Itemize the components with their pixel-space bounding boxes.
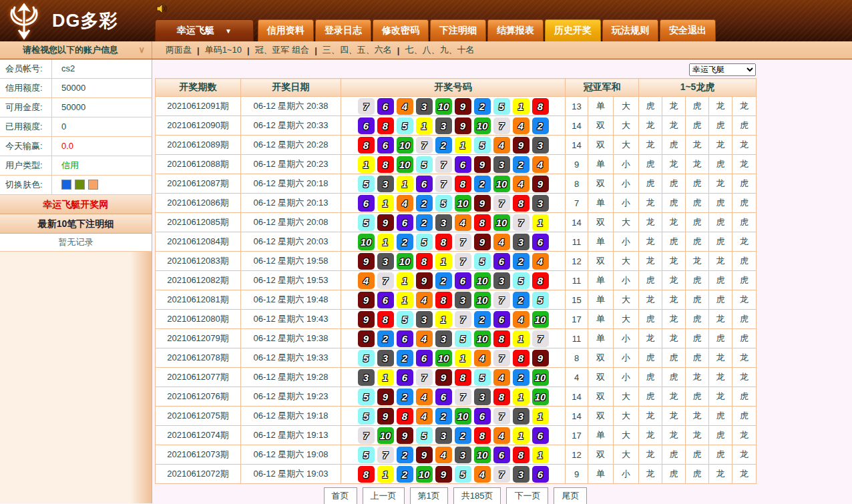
ball: 5 [474, 369, 491, 386]
ball: 6 [493, 447, 510, 463]
ball: 8 [493, 330, 510, 347]
skin-color-swatch[interactable] [88, 180, 98, 190]
pagination-button[interactable]: 尾页 [554, 487, 587, 504]
dragon-tiger-cell: 龙 [709, 465, 732, 484]
ball: 2 [513, 253, 529, 270]
ball: 3 [358, 369, 375, 386]
sum-cell: 12 [566, 445, 588, 465]
ball: 8 [474, 214, 491, 231]
nav-button[interactable]: 历史开奖 [545, 19, 601, 41]
ball: 9 [474, 156, 491, 173]
date-cell: 06-12 星期六 19:58 [241, 252, 341, 271]
ball: 6 [377, 98, 394, 115]
ball: 7 [377, 447, 394, 463]
nav-button[interactable]: 玩法规则 [602, 19, 658, 41]
date-cell: 06-12 星期六 20:18 [241, 174, 341, 194]
pagination-button[interactable]: 共185页 [453, 487, 501, 504]
nav-button[interactable]: 下注明细 [430, 19, 486, 41]
table-row: 20210612089期06-12 星期六 20:288610721549314… [156, 136, 757, 155]
dragon-tiger-cell: 龙 [732, 136, 757, 155]
ball: 6 [532, 234, 549, 250]
skin-color-swatch[interactable] [61, 180, 71, 190]
ball: 3 [532, 195, 549, 212]
dragon-tiger-cell: 龙 [732, 445, 757, 465]
dragon-tiger-cell: 龙 [709, 310, 732, 329]
ball: 10 [474, 330, 491, 347]
dragon-tiger-cell: 虎 [639, 174, 662, 194]
col-dragon-tiger: 1~5龙虎 [639, 79, 757, 97]
skin-color-swatch[interactable] [75, 180, 85, 190]
dragon-tiger-cell: 虎 [732, 194, 757, 213]
dragon-tiger-cell: 龙 [639, 465, 662, 484]
ball: 7 [358, 98, 375, 115]
dragon-tiger-cell: 虎 [709, 329, 732, 348]
odd-even-cell: 单 [588, 194, 614, 213]
dragon-tiger-cell: 虎 [709, 232, 732, 252]
odd-even-cell: 双 [588, 387, 614, 407]
dragon-tiger-cell: 虎 [732, 387, 757, 407]
dragon-tiger-cell: 虎 [639, 310, 662, 329]
ball: 6 [493, 311, 510, 328]
pagination-button[interactable]: 首页 [324, 487, 357, 504]
sidebar-title-text: 请检视您以下的账户信息 [23, 45, 118, 55]
ball: 6 [397, 214, 413, 231]
ball: 6 [455, 272, 471, 289]
odd-even-cell: 双 [588, 252, 614, 271]
ball: 8 [377, 311, 394, 328]
dragon-tiger-cell: 虎 [709, 116, 732, 136]
ball: 4 [397, 195, 413, 212]
big-small-cell: 大 [614, 136, 639, 155]
pagination-button[interactable]: 第1页 [410, 487, 448, 504]
subnav-item[interactable]: 单码1~10 [200, 44, 247, 56]
date-cell: 06-12 星期六 19:33 [241, 348, 341, 368]
ball: 3 [435, 214, 452, 231]
ball: 7 [416, 369, 433, 386]
dragon-tiger-cell: 虎 [686, 213, 709, 232]
dragon-tiger-cell: 龙 [639, 194, 662, 213]
ball: 3 [532, 137, 549, 154]
dragon-tiger-cell: 龙 [639, 445, 662, 465]
table-row: 20210612091期06-12 星期六 20:387643109251813… [156, 97, 757, 116]
sum-cell: 14 [566, 387, 588, 407]
dragon-tiger-cell: 龙 [639, 426, 662, 445]
nav-button[interactable]: 修改密码 [373, 19, 429, 41]
big-small-cell: 小 [614, 174, 639, 194]
ball: 3 [474, 389, 491, 405]
subnav-item[interactable]: 七、八、九、十名 [399, 44, 479, 56]
dragon-tiger-cell: 虎 [639, 368, 662, 387]
big-small-cell: 小 [614, 465, 639, 484]
dragon-tiger-cell: 虎 [686, 174, 709, 194]
recent-bets-link[interactable]: 最新10笔下注明细 [0, 214, 152, 234]
chevron-down-icon[interactable]: ∨ [138, 41, 145, 59]
dragon-tiger-cell: 龙 [662, 407, 686, 426]
nav-button[interactable]: 信用资料 [258, 19, 314, 41]
lottery-site-link[interactable]: 幸运飞艇开奖网 [0, 195, 152, 214]
ball: 10 [416, 466, 433, 483]
period-cell: 20210612076期 [156, 387, 241, 407]
sum-cell: 9 [566, 465, 588, 484]
subnav-item[interactable]: 三、四、五、六名 [317, 44, 397, 56]
ball: 10 [397, 137, 413, 154]
dragon-tiger-cell: 龙 [662, 329, 686, 348]
odd-even-cell: 单 [588, 426, 614, 445]
ball: 8 [435, 292, 452, 308]
odd-even-cell: 单 [588, 290, 614, 310]
balls-cell: 93108175624 [341, 252, 566, 271]
pagination-button[interactable]: 上一页 [363, 487, 405, 504]
nav-button[interactable]: 结算报表 [487, 19, 544, 41]
nav-button[interactable]: 安全退出 [660, 19, 716, 41]
ball: 1 [377, 234, 394, 250]
game-select[interactable]: 幸运飞艇 [689, 63, 756, 76]
pagination-button[interactable]: 下一页 [506, 487, 548, 504]
ball: 5 [397, 117, 413, 134]
subnav-item[interactable]: 两面盘 [160, 44, 197, 56]
game-menu-button[interactable]: 幸运飞艇 ▼ [155, 19, 254, 41]
dragon-tiger-cell: 龙 [686, 407, 709, 426]
speaker-icon[interactable] [156, 3, 168, 15]
table-row: 20210612076期06-12 星期六 19:235924673811014… [156, 387, 757, 407]
subnav-item[interactable]: 冠、亚军 组合 [250, 44, 315, 56]
ball: 9 [416, 447, 433, 463]
ball: 5 [455, 330, 471, 347]
table-row: 20210612079期06-12 星期六 19:389264351081711… [156, 329, 757, 348]
nav-button[interactable]: 登录日志 [315, 19, 371, 41]
